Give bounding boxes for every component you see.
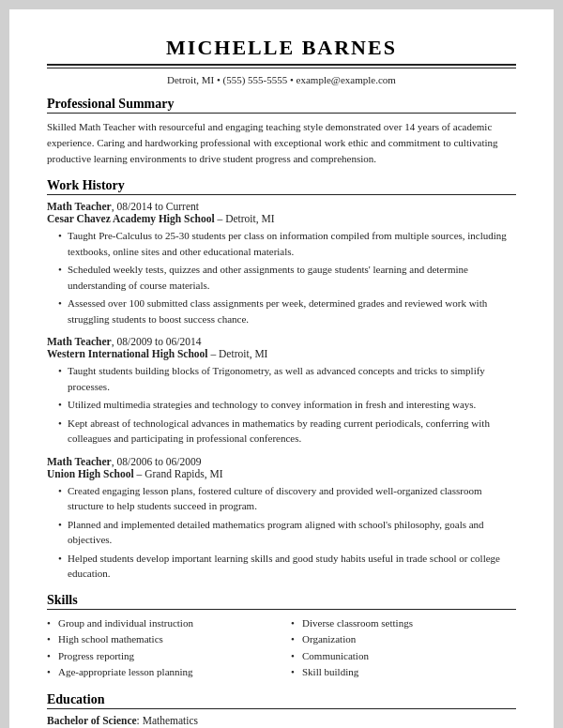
job-company-3: Union High School	[47, 468, 134, 479]
job-bullet-3-0: Created engaging lesson plans, fostered …	[58, 483, 516, 514]
skill-right-0: Diverse classroom settings	[291, 615, 516, 632]
job-bullet-1-0: Taught Pre-Calculus to 25-30 students pe…	[58, 228, 516, 259]
skill-left-3: Age-appropriate lesson planning	[47, 664, 272, 681]
edu-degree-field: : Mathematics	[137, 715, 198, 726]
job-bullet-1-2: Assessed over 100 submitted class assign…	[58, 296, 516, 326]
job-location-3: Grand Rapids, MI	[145, 468, 222, 479]
job-dash-3: –	[134, 468, 145, 479]
skills-col-left: Group and individual instruction High sc…	[47, 615, 272, 681]
job-company-line-3: Union High School – Grand Rapids, MI	[47, 468, 516, 479]
skill-left-2: Progress reporting	[47, 648, 272, 665]
job-block-1: Math Teacher, 08/2014 to Current Cesar C…	[47, 201, 516, 326]
job-dates-2: 08/2009 to 06/2014	[116, 336, 201, 347]
education-block: Bachelor of Science: Mathematics Calvin …	[47, 715, 516, 728]
job-company-1: Cesar Chavez Academy High School	[47, 213, 215, 224]
job-bullet-1-1: Scheduled weekly tests, quizzes and othe…	[58, 262, 516, 293]
job-location-1: Detroit, MI	[225, 213, 274, 224]
work-history-title: Work History	[47, 178, 516, 195]
skills-col-right: Diverse classroom settings Organization …	[291, 615, 516, 681]
skills-section: Group and individual instruction High sc…	[47, 615, 516, 681]
job-bullet-3-1: Planned and implemented detailed mathema…	[58, 517, 516, 548]
skill-right-3: Skill building	[291, 664, 516, 681]
header-divider-bottom	[47, 68, 516, 68]
job-dates-3: 08/2006 to 06/2009	[116, 456, 201, 467]
job-bullet-2-0: Taught students building blocks of Trigo…	[58, 363, 516, 394]
edu-degree-label: Bachelor of Science	[47, 715, 137, 726]
job-bullets-3: Created engaging lesson plans, fostered …	[47, 483, 516, 582]
professional-summary-title: Professional Summary	[47, 97, 516, 114]
resume-page: Michelle Barnes Detroit, MI • (555) 555-…	[9, 9, 554, 728]
skill-left-1: High school mathematics	[47, 631, 272, 648]
skills-list-right: Diverse classroom settings Organization …	[291, 615, 516, 681]
skill-left-0: Group and individual instruction	[47, 615, 272, 632]
skill-right-2: Communication	[291, 648, 516, 665]
education-title: Education	[47, 692, 516, 709]
job-title-line-2: Math Teacher, 08/2009 to 06/2014	[47, 336, 516, 347]
professional-summary-text: Skilled Math Teacher with resourceful an…	[47, 119, 516, 167]
job-dash-1: –	[215, 213, 226, 224]
job-bullet-2-2: Kept abreast of technological advances i…	[58, 416, 516, 447]
job-bullet-2-1: Utilized multimedia strategies and techn…	[58, 397, 516, 413]
job-company-2: Western International High School	[47, 348, 208, 359]
job-title-3: Math Teacher	[47, 456, 112, 467]
job-company-line-1: Cesar Chavez Academy High School – Detro…	[47, 213, 516, 224]
skill-right-1: Organization	[291, 631, 516, 648]
job-block-2: Math Teacher, 08/2009 to 06/2014 Western…	[47, 336, 516, 447]
skills-list-left: Group and individual instruction High sc…	[47, 615, 272, 681]
job-bullet-3-2: Helped students develop important learni…	[58, 551, 516, 582]
job-dash-2: –	[208, 348, 220, 359]
job-block-3: Math Teacher, 08/2006 to 06/2009 Union H…	[47, 456, 516, 582]
header-contact: Detroit, MI • (555) 555-5555 • example@e…	[47, 74, 516, 85]
job-title-line-3: Math Teacher, 08/2006 to 06/2009	[47, 456, 516, 467]
header-name: Michelle Barnes	[47, 36, 516, 60]
job-title-1: Math Teacher	[47, 201, 112, 212]
job-location-2: Detroit, MI	[219, 348, 267, 359]
job-title-line-1: Math Teacher, 08/2014 to Current	[47, 201, 516, 212]
job-bullets-2: Taught students building blocks of Trigo…	[47, 363, 516, 447]
job-company-line-2: Western International High School – Detr…	[47, 348, 516, 359]
header-divider-top	[47, 64, 516, 66]
job-title-2: Math Teacher	[47, 336, 112, 347]
job-bullets-1: Taught Pre-Calculus to 25-30 students pe…	[47, 228, 516, 326]
edu-degree: Bachelor of Science: Mathematics	[47, 715, 516, 726]
skills-title: Skills	[47, 593, 516, 610]
job-dates-1: 08/2014 to Current	[116, 201, 199, 212]
